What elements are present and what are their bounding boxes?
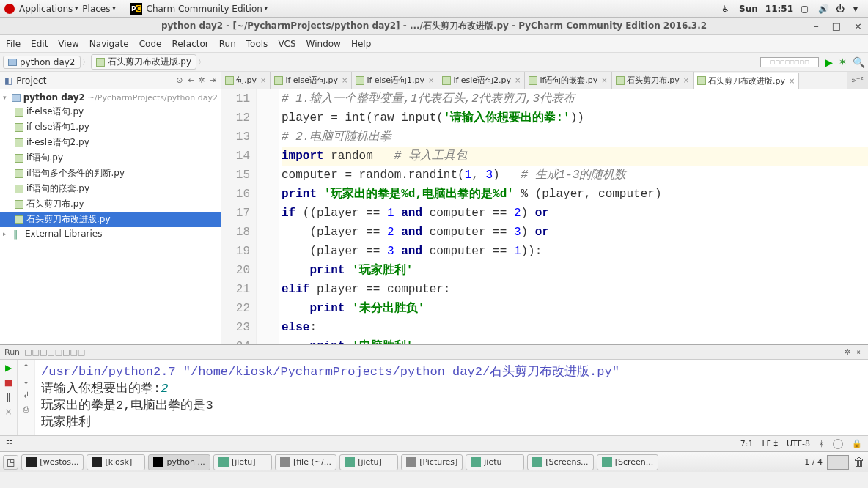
project-tab-icon: ◧ [4, 75, 12, 86]
close-tab-icon[interactable]: × [340, 76, 347, 84]
menu-code[interactable]: Code [139, 39, 162, 49]
menu-navigate[interactable]: Navigate [89, 39, 129, 49]
rerun-button[interactable]: ▶ [5, 363, 12, 373]
console-output[interactable]: /usr/bin/python2.7 "/home/kiosk/PycharmP… [35, 360, 868, 435]
accessibility-icon[interactable]: ♿ [721, 4, 732, 14]
workspace-indicator[interactable]: 1 / 4 [804, 457, 823, 467]
project-file[interactable]: if-else语句1.py [0, 119, 221, 135]
taskbar-button[interactable]: [westos... [21, 454, 84, 470]
topbar-app-title[interactable]: Charm Community Edition▾ [147, 4, 268, 14]
search-everywhere-icon[interactable]: 🔍 [853, 56, 865, 68]
close-tab-icon[interactable]: × [259, 76, 266, 84]
applications-menu[interactable]: Applications▾ [19, 4, 78, 14]
breadcrumb-root[interactable]: python day2 [3, 56, 81, 69]
gutter: 1112131415161718192021222324 [221, 89, 257, 344]
hector-icon[interactable] [833, 439, 843, 449]
editor-tab[interactable]: 石头剪刀布.py× [612, 72, 694, 89]
project-file[interactable]: if-else语句.py [0, 104, 221, 119]
print-icon[interactable]: ⎙ [23, 404, 29, 414]
run-config-selector[interactable]: □□□□□□□□ [760, 57, 819, 67]
pause-button[interactable]: ‖ [7, 392, 11, 402]
up-stack-icon[interactable]: ↑ [23, 363, 29, 372]
project-file[interactable]: if语句多个条件的判断.py [0, 166, 221, 181]
project-file[interactable]: 石头剪刀布改进版.py [0, 212, 221, 227]
editor-tabs: 句.py×if-else语句.py×if-else语句1.py×if-esle语… [221, 72, 868, 89]
menu-file[interactable]: File [6, 39, 21, 49]
project-file[interactable]: if语句的嵌套.py [0, 181, 221, 196]
taskbar-button[interactable]: python ... [148, 454, 210, 470]
breadcrumb-file[interactable]: 石头剪刀布改进版.py [91, 54, 197, 70]
status-line-ending[interactable]: LF ‡ [762, 439, 777, 448]
stop-button[interactable]: ■ [4, 377, 12, 388]
editor-tab[interactable]: if-else语句1.py× [352, 72, 438, 89]
editor-tab[interactable]: if语句的嵌套.py× [525, 72, 611, 89]
taskbar-button[interactable]: [Screen... [597, 454, 659, 470]
close-tab-icon[interactable]: × [600, 76, 607, 84]
display-icon[interactable]: ▢ [801, 4, 811, 14]
scroll-from-source-icon[interactable]: ⊙ [176, 75, 183, 85]
project-file[interactable]: if语句.py [0, 150, 221, 166]
lock-icon[interactable]: 🔒 [852, 439, 862, 448]
git-branch-icon[interactable]: ᚼ [819, 439, 824, 448]
close-run-button[interactable]: × [4, 407, 12, 417]
close-tab-icon[interactable]: × [513, 76, 521, 84]
close-tab-icon[interactable]: × [427, 76, 434, 84]
clock-day[interactable]: Sun [739, 4, 758, 14]
pin-icon[interactable]: ⇤ [857, 347, 864, 357]
status-encoding[interactable]: UTF-8 [787, 439, 810, 448]
taskbar-button[interactable]: [jietu] [339, 454, 398, 470]
editor-tab[interactable]: if-else语句.py× [271, 72, 352, 89]
volume-icon[interactable]: 🔊 [818, 4, 828, 14]
external-libraries[interactable]: ▸External Libraries [0, 227, 221, 240]
user-menu-icon[interactable]: ▾ [853, 4, 864, 14]
status-left-icon[interactable]: ☷ [6, 439, 13, 448]
status-position[interactable]: 7:1 [740, 439, 754, 448]
editor-tab[interactable]: 石头剪刀布改进版.py× [694, 73, 799, 89]
project-header-title[interactable]: Project [16, 75, 46, 86]
editor-tab[interactable]: 句.py× [221, 72, 271, 89]
menu-refactor[interactable]: Refactor [172, 39, 208, 49]
tabs-overflow[interactable]: »⁻² [847, 72, 868, 89]
close-tab-icon[interactable]: × [682, 76, 689, 84]
taskbar-button[interactable]: [kiosk] [87, 454, 145, 470]
hide-tool-window-icon[interactable]: ⇥ [210, 75, 216, 85]
menu-help[interactable]: Help [351, 39, 371, 49]
window-minimize[interactable]: – [814, 21, 819, 32]
places-menu[interactable]: Places▾ [82, 4, 115, 14]
run-header-label[interactable]: Run [4, 347, 20, 357]
project-file[interactable]: if-esle语句2.py [0, 135, 221, 150]
gear-icon[interactable]: ✲ [199, 75, 205, 85]
gear-icon[interactable]: ✲ [845, 347, 851, 357]
project-root[interactable]: ▾python day2 ~/PycharmProjects/python da… [0, 91, 221, 104]
code-area[interactable]: 1112131415161718192021222324 # 1.输入一个整型变… [221, 89, 868, 344]
status-bar: ☷ 7:1 LF ‡ UTF-8 ᚼ 🔒 [0, 435, 868, 451]
project-tree[interactable]: ▾python day2 ~/PycharmProjects/python da… [0, 89, 221, 344]
window-close[interactable]: × [854, 21, 862, 32]
collapse-all-icon[interactable]: ⇤ [187, 75, 194, 85]
debug-button[interactable]: ✶ [839, 56, 847, 67]
taskbar-button[interactable]: [file (~/... [275, 454, 336, 470]
show-desktop-icon[interactable]: ◳ [3, 455, 18, 470]
close-tab-icon[interactable]: × [787, 77, 795, 85]
editor-tab[interactable]: if-esle语句2.py× [438, 72, 525, 89]
menu-view[interactable]: View [58, 39, 78, 49]
menu-vcs[interactable]: VCS [278, 39, 295, 49]
project-file[interactable]: 石头剪刀布.py [0, 196, 221, 212]
taskbar-button[interactable]: [Screens... [527, 454, 593, 470]
down-stack-icon[interactable]: ↓ [23, 377, 29, 386]
taskbar-button[interactable]: [Pictures] [401, 454, 463, 470]
soft-wrap-icon[interactable]: ↲ [23, 391, 29, 400]
run-button[interactable]: ▶ [825, 56, 833, 68]
power-icon[interactable]: ⏻ [836, 4, 846, 14]
code-lines[interactable]: # 1.输入一个整型变量,1代表石头,2代表剪刀,3代表布player = in… [279, 89, 868, 344]
window-maximize[interactable]: □ [832, 21, 841, 32]
clock-time[interactable]: 11:51 [765, 4, 793, 14]
workspace-pager[interactable] [827, 455, 849, 470]
trash-icon[interactable]: 🗑 [853, 455, 865, 469]
menu-edit[interactable]: Edit [31, 39, 48, 49]
taskbar-button[interactable]: jietu [466, 454, 524, 470]
taskbar-button[interactable]: [jietu] [213, 454, 272, 470]
menu-window[interactable]: Window [306, 39, 341, 49]
menu-run[interactable]: Run [219, 39, 236, 49]
menu-tools[interactable]: Tools [246, 39, 268, 49]
